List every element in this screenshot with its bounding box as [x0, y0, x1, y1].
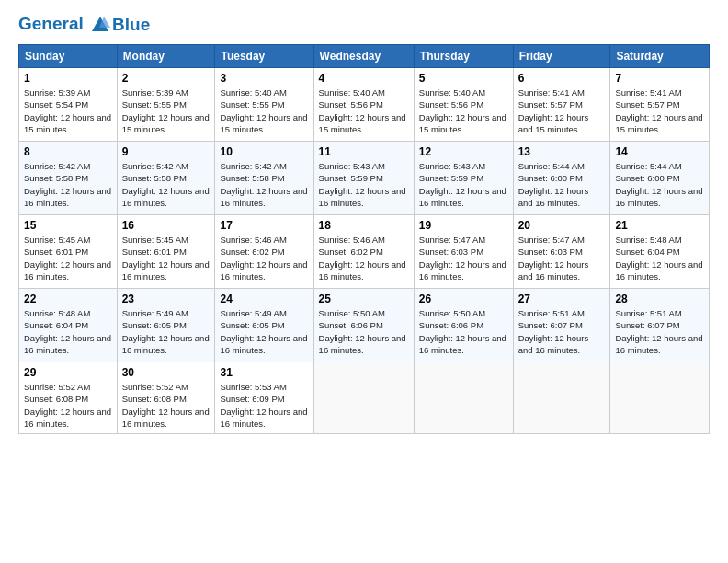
sunset-label: Sunset: 6:02 PM	[319, 247, 383, 257]
day-number: 8	[24, 145, 112, 158]
sunrise-label: Sunrise: 5:40 AM	[319, 87, 385, 98]
sunrise-label: Sunrise: 5:50 AM	[319, 308, 385, 318]
daylight-label: Daylight: 12 hours and 16 minutes.	[24, 259, 111, 282]
daylight-label: Daylight: 12 hours and 16 minutes.	[615, 333, 702, 355]
sunrise-label: Sunrise: 5:40 AM	[220, 87, 286, 98]
calendar-day-cell: 3 Sunrise: 5:40 AM Sunset: 5:55 PM Dayli…	[215, 68, 313, 142]
sunrise-label: Sunrise: 5:53 AM	[220, 382, 286, 392]
day-number: 4	[319, 72, 409, 85]
sunset-label: Sunset: 6:08 PM	[24, 394, 88, 404]
day-number: 27	[518, 293, 606, 305]
sunset-label: Sunset: 6:02 PM	[220, 247, 284, 257]
sunset-label: Sunset: 5:56 PM	[319, 99, 383, 109]
sunset-label: Sunset: 5:57 PM	[518, 99, 583, 109]
day-info: Sunrise: 5:45 AM Sunset: 6:01 PM Dayligh…	[24, 234, 112, 282]
page: General Blue Sunday Monday Tuesday	[0, 0, 728, 563]
day-info: Sunrise: 5:46 AM Sunset: 6:02 PM Dayligh…	[319, 234, 409, 282]
sunrise-label: Sunrise: 5:47 AM	[518, 235, 585, 245]
calendar-day-cell: 7 Sunrise: 5:41 AM Sunset: 5:57 PM Dayli…	[610, 68, 710, 142]
sunset-label: Sunset: 6:08 PM	[122, 394, 187, 404]
calendar-day-cell: 9 Sunrise: 5:42 AM Sunset: 5:58 PM Dayli…	[117, 142, 215, 215]
logo: General Blue	[18, 15, 150, 35]
sunrise-label: Sunrise: 5:51 AM	[518, 308, 585, 318]
daylight-label: Daylight: 12 hours and 16 minutes.	[220, 186, 307, 208]
sunset-label: Sunset: 6:00 PM	[518, 173, 583, 183]
calendar-day-cell: 19 Sunrise: 5:47 AM Sunset: 6:03 PM Dayl…	[414, 215, 513, 289]
calendar-day-cell: 21 Sunrise: 5:48 AM Sunset: 6:04 PM Dayl…	[610, 215, 710, 289]
col-sunday: Sunday	[19, 45, 118, 68]
sunrise-label: Sunrise: 5:46 AM	[220, 235, 286, 245]
sunrise-label: Sunrise: 5:41 AM	[518, 87, 585, 98]
day-info: Sunrise: 5:41 AM Sunset: 5:57 PM Dayligh…	[615, 86, 704, 135]
calendar-day-cell	[414, 362, 513, 434]
day-info: Sunrise: 5:43 AM Sunset: 5:59 PM Dayligh…	[419, 160, 508, 209]
daylight-label: Daylight: 12 hours and 16 minutes.	[419, 186, 506, 208]
sunset-label: Sunset: 5:58 PM	[122, 173, 187, 183]
sunset-label: Sunset: 5:59 PM	[319, 173, 383, 183]
sunrise-label: Sunrise: 5:45 AM	[122, 235, 188, 245]
day-info: Sunrise: 5:48 AM Sunset: 6:04 PM Dayligh…	[24, 307, 112, 356]
daylight-label: Daylight: 12 hours and 16 minutes.	[319, 259, 406, 282]
calendar-day-cell: 2 Sunrise: 5:39 AM Sunset: 5:55 PM Dayli…	[117, 68, 215, 142]
daylight-label: Daylight: 12 hours and 16 minutes.	[419, 259, 506, 282]
sunrise-label: Sunrise: 5:48 AM	[615, 235, 681, 245]
sunset-label: Sunset: 6:03 PM	[419, 247, 483, 257]
calendar-day-cell: 1 Sunrise: 5:39 AM Sunset: 5:54 PM Dayli…	[19, 68, 118, 142]
calendar-day-cell: 17 Sunrise: 5:46 AM Sunset: 6:02 PM Dayl…	[215, 215, 313, 289]
daylight-label: Daylight: 12 hours and 16 minutes.	[518, 333, 589, 355]
day-info: Sunrise: 5:42 AM Sunset: 5:58 PM Dayligh…	[220, 160, 308, 209]
daylight-label: Daylight: 12 hours and 15 minutes.	[518, 112, 589, 134]
day-number: 26	[419, 293, 508, 305]
day-number: 20	[518, 219, 606, 232]
calendar-day-cell: 24 Sunrise: 5:49 AM Sunset: 6:05 PM Dayl…	[215, 289, 313, 362]
day-info: Sunrise: 5:46 AM Sunset: 6:02 PM Dayligh…	[220, 234, 308, 282]
sunrise-label: Sunrise: 5:42 AM	[122, 161, 188, 171]
day-info: Sunrise: 5:52 AM Sunset: 6:08 PM Dayligh…	[122, 381, 210, 430]
daylight-label: Daylight: 12 hours and 15 minutes.	[122, 112, 210, 134]
sunset-label: Sunset: 6:04 PM	[615, 247, 679, 257]
sunrise-label: Sunrise: 5:43 AM	[419, 161, 485, 171]
calendar-week-row: 1 Sunrise: 5:39 AM Sunset: 5:54 PM Dayli…	[19, 68, 710, 142]
calendar-day-cell	[513, 362, 610, 434]
sunset-label: Sunset: 5:56 PM	[419, 99, 483, 109]
day-number: 12	[419, 145, 508, 158]
day-info: Sunrise: 5:42 AM Sunset: 5:58 PM Dayligh…	[122, 160, 210, 209]
calendar-day-cell: 6 Sunrise: 5:41 AM Sunset: 5:57 PM Dayli…	[513, 68, 610, 142]
day-info: Sunrise: 5:51 AM Sunset: 6:07 PM Dayligh…	[518, 307, 606, 356]
daylight-label: Daylight: 12 hours and 15 minutes.	[419, 112, 506, 134]
sunrise-label: Sunrise: 5:44 AM	[615, 161, 681, 171]
day-info: Sunrise: 5:44 AM Sunset: 6:00 PM Dayligh…	[518, 160, 606, 209]
daylight-label: Daylight: 12 hours and 16 minutes.	[122, 186, 210, 208]
day-number: 14	[615, 145, 704, 158]
day-info: Sunrise: 5:50 AM Sunset: 6:06 PM Dayligh…	[419, 307, 508, 356]
day-number: 5	[419, 72, 508, 85]
day-info: Sunrise: 5:41 AM Sunset: 5:57 PM Dayligh…	[518, 86, 606, 135]
sunrise-label: Sunrise: 5:48 AM	[24, 308, 90, 318]
daylight-label: Daylight: 12 hours and 15 minutes.	[319, 112, 406, 134]
day-info: Sunrise: 5:52 AM Sunset: 6:08 PM Dayligh…	[24, 381, 112, 430]
day-info: Sunrise: 5:49 AM Sunset: 6:05 PM Dayligh…	[122, 307, 210, 356]
calendar-day-cell: 15 Sunrise: 5:45 AM Sunset: 6:01 PM Dayl…	[19, 215, 118, 289]
sunset-label: Sunset: 6:07 PM	[518, 320, 583, 330]
calendar-day-cell: 16 Sunrise: 5:45 AM Sunset: 6:01 PM Dayl…	[117, 215, 215, 289]
day-info: Sunrise: 5:39 AM Sunset: 5:54 PM Dayligh…	[24, 86, 112, 135]
daylight-label: Daylight: 12 hours and 16 minutes.	[615, 259, 702, 282]
sunset-label: Sunset: 6:05 PM	[122, 320, 187, 330]
logo-blue: Blue	[112, 15, 150, 35]
day-number: 19	[419, 219, 508, 232]
logo-text: General	[18, 15, 110, 35]
calendar-day-cell: 13 Sunrise: 5:44 AM Sunset: 6:00 PM Dayl…	[513, 142, 610, 215]
sunset-label: Sunset: 5:57 PM	[615, 99, 679, 109]
daylight-label: Daylight: 12 hours and 16 minutes.	[24, 407, 111, 429]
sunset-label: Sunset: 6:04 PM	[24, 320, 88, 330]
calendar-day-cell: 8 Sunrise: 5:42 AM Sunset: 5:58 PM Dayli…	[19, 142, 118, 215]
day-number: 29	[24, 366, 112, 379]
daylight-label: Daylight: 12 hours and 16 minutes.	[319, 333, 406, 355]
sunset-label: Sunset: 6:05 PM	[220, 320, 284, 330]
day-info: Sunrise: 5:51 AM Sunset: 6:07 PM Dayligh…	[615, 307, 704, 356]
day-number: 17	[220, 219, 308, 232]
calendar-day-cell: 22 Sunrise: 5:48 AM Sunset: 6:04 PM Dayl…	[19, 289, 118, 362]
sunrise-label: Sunrise: 5:42 AM	[220, 161, 286, 171]
calendar-week-row: 22 Sunrise: 5:48 AM Sunset: 6:04 PM Dayl…	[19, 289, 710, 362]
day-number: 25	[319, 293, 409, 305]
